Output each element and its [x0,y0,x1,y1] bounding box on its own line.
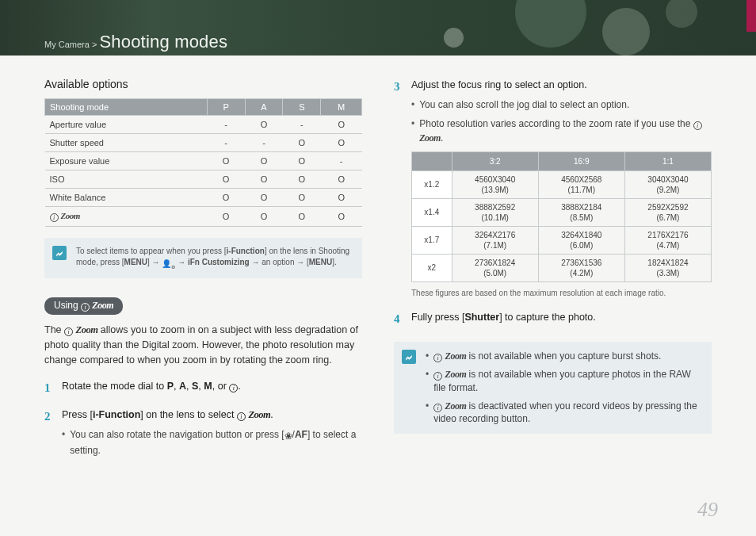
table-row: Exposure valueOOO- [45,152,362,170]
table-row: ISOOOOO [45,170,362,189]
table-row: i ZoomOOOO [45,207,362,227]
side-tab [746,0,756,32]
options-table: Shooting mode P A S M Aperture value-O-O… [44,98,362,227]
step-2: 2 Press [i-Function] on the lens to sele… [44,408,362,458]
th-shooting-mode: Shooting mode [45,99,208,116]
step-number: 4 [394,310,403,328]
th-m: M [321,99,362,116]
table-row: Aperture value-O-O [45,116,362,134]
izoom-icon: i [50,213,59,222]
breadcrumb-prefix: My Camera > [44,40,97,49]
page-header: My Camera > Shooting modes [0,0,756,56]
table-row: Shutter speed--OO [45,134,362,152]
page-number: 49 [697,498,718,522]
breadcrumb: My Camera > Shooting modes [44,32,227,52]
using-izoom-pill: Using i Zoom [44,297,123,315]
izoom-icon: i [433,354,442,362]
note-icon [402,350,416,364]
izoom-icon: i [64,327,73,336]
page-title: Shooting modes [99,32,227,52]
step-number: 2 [44,408,54,458]
izoom-icon: i [81,303,90,312]
izoom-icon: i [433,404,442,412]
table-row: x1.73264X2176(7.1M)3264X1840(6.0M)2176X2… [412,226,712,254]
right-column: 3 Adjust the focus ring to select an opt… [394,78,712,469]
flower-icon: ❀ [284,429,292,443]
available-options-heading: Available options [44,78,362,90]
note-box-2: •i Zoom is not available when you captur… [394,342,712,434]
th-a: A [245,99,283,116]
th-p: P [207,99,245,116]
user-settings-icon: 👤⚙ [162,258,175,270]
table-row: x1.43888X2592(10.1M)3888X2184(8.5M)2592X… [412,198,712,226]
table-row: x1.24560X3040(13.9M)4560X2568(11.7M)3040… [412,170,712,198]
table-row: x22736X1824(5.0M)2736X1536(4.2M)1824X182… [412,254,712,281]
izoom-icon: i [433,372,442,381]
table-row: White BalanceOOOO [45,189,362,207]
th-s: S [283,99,321,116]
step-number: 3 [394,78,403,299]
step-1: 1 Rotate the mode dial to P, A, S, M, or… [44,379,362,397]
left-column: Available options Shooting mode P A S M … [44,78,362,469]
table-caption: These figures are based on the maximum r… [411,287,712,299]
resolution-table: 3:2 16:9 1:1 x1.24560X3040(13.9M)4560X25… [411,151,712,282]
step-number: 1 [44,379,54,397]
step-4: 4 Fully press [Shutter] to capture the p… [394,310,712,328]
izoom-icon: i [693,121,702,130]
step-3: 3 Adjust the focus ring to select an opt… [394,78,712,299]
note-box: To select items to appear when you press… [44,238,362,278]
izoom-description: The i Zoom allows you to zoom in on a su… [44,323,362,367]
note-icon [52,246,67,260]
izoom-icon: i [237,412,246,421]
i-mode-icon: i [229,384,238,392]
